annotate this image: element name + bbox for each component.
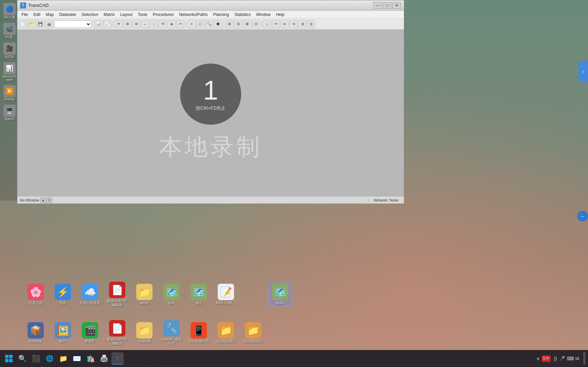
taskbar-edge-icon[interactable]: 🌐 <box>43 352 56 365</box>
tool-21[interactable]: ⊴ <box>298 20 306 28</box>
tool-20[interactable]: ⊲ <box>289 20 298 28</box>
taskbar-search-icon[interactable]: 🔍 <box>16 352 29 365</box>
desktop-icon-top-1[interactable]: ⚡迅雷 <box>51 283 75 306</box>
status-btns[interactable]: ▲ ✕ <box>40 197 52 203</box>
desktop-icon-bottom-1[interactable]: 🖼️图片 <box>51 321 75 345</box>
menu-item-matrix[interactable]: Matrix <box>101 12 118 18</box>
tool-9[interactable]: ⌖ <box>188 20 196 28</box>
start-button[interactable] <box>3 352 15 365</box>
tool-16[interactable]: ⊡ <box>252 20 260 28</box>
menu-item-networks-paths[interactable]: Networks/Paths <box>176 12 210 18</box>
desktop-icon-bottom-7[interactable]: 📁深层报告图片 <box>214 321 238 345</box>
menu-bar: FileEditMapDataviewSelectionMatrixLayout… <box>17 11 404 19</box>
tray-chevron-icon[interactable]: ∧ <box>536 356 540 361</box>
desktop-icon-top-5[interactable]: 🗺️gcdt <box>160 283 183 306</box>
menu-item-tools[interactable]: Tools <box>135 12 150 18</box>
show-desktop-button[interactable] <box>583 352 585 365</box>
menu-item-help[interactable]: Help <box>273 12 287 18</box>
menu-item-window[interactable]: Window <box>253 12 273 18</box>
main-content: 1 按Ctrl+F2停止 本地录制 <box>17 30 404 196</box>
taskbar-task-view-icon[interactable]: ⬛ <box>30 352 42 365</box>
tool-11[interactable]: 🔍 <box>205 20 213 28</box>
menu-item-edit[interactable]: Edit <box>31 12 43 18</box>
desktop-icon-bottom-3[interactable]: 📄极速高级PDF编辑器 <box>105 319 129 347</box>
taskbar-transcad-icon[interactable]: T <box>111 352 124 365</box>
menu-item-selection[interactable]: Selection <box>79 12 101 18</box>
menu-item-procedures[interactable]: Procedures <box>150 12 176 18</box>
desktop-icon-bottom-4[interactable]: 📁visaim圆 <box>132 321 156 345</box>
tray-ime-icon[interactable]: S中 <box>542 355 551 362</box>
desktop-icon-top-3[interactable]: 📄极速高级PDF编辑器 <box>105 281 129 308</box>
tool-3[interactable]: ⊗ <box>132 20 140 28</box>
tool-19[interactable]: ⊳ <box>281 20 289 28</box>
recording-hint: 按Ctrl+F2停止 <box>196 105 226 111</box>
recording-text: 本地录制 <box>159 132 262 162</box>
title-bar-controls[interactable]: — □ ✕ <box>373 2 401 9</box>
menu-item-dataview[interactable]: Dataview <box>56 12 78 18</box>
save-button[interactable]: 💾 <box>36 20 44 28</box>
taskbar-explorer-icon[interactable]: 📁 <box>57 352 69 365</box>
float-right-button[interactable]: › <box>578 61 588 82</box>
tool-5[interactable]: ↕ <box>150 20 158 28</box>
taskbar-mail-icon[interactable]: ✉️ <box>71 352 83 365</box>
right-circle-button[interactable]: – <box>577 211 588 222</box>
desktop-icon-bottom-2[interactable]: 🎬爱奇艺 <box>78 321 102 345</box>
tool-2[interactable]: ⊕ <box>123 20 131 28</box>
taskbar-store-icon[interactable]: 🛍️ <box>84 352 96 365</box>
tool-18[interactable]: ✏ <box>272 20 280 28</box>
tool-7[interactable]: ◈ <box>167 20 176 28</box>
separator-2 <box>113 21 113 28</box>
layer-select[interactable] <box>54 20 91 28</box>
tool-6[interactable]: ⟲ <box>159 20 167 28</box>
sidebar-icon-2[interactable]: 🎥拍式录 <box>1 41 18 60</box>
tray-mic-icon[interactable]: 🎤 <box>559 356 565 361</box>
tray-keyboard-icon[interactable]: ⌨ <box>567 356 574 361</box>
bar-chart-button[interactable]: 📊 <box>94 20 103 28</box>
close-button[interactable]: ✕ <box>392 2 401 9</box>
line-chart-button[interactable]: 📈 <box>103 20 111 28</box>
tray-network-icon[interactable]: ·)) <box>553 356 557 361</box>
tool-8[interactable]: ✂ <box>176 20 184 28</box>
desktop-icon-bottom-6[interactable]: 📱tcw 快速方式 <box>187 321 211 345</box>
desktop-icon-top-4[interactable]: 📁wecdt <box>132 283 156 306</box>
desktop-icon-top-9[interactable]: 🗺️gcdt1 <box>268 282 292 307</box>
tool-14[interactable]: ⊟ <box>234 20 242 28</box>
sidebar-icon-3[interactable]: 📊Micros PowerP <box>1 61 18 83</box>
desktop-icon-bottom-5[interactable]: 🔧navicat - 桌面方式 <box>160 319 183 347</box>
status-restore-btn[interactable]: ▲ <box>40 197 46 203</box>
tool-12[interactable]: ⬢ <box>214 20 222 28</box>
tool-1[interactable]: ✦ <box>114 20 123 28</box>
menu-item-map[interactable]: Map <box>43 12 56 18</box>
desktop-icon-top-0[interactable]: 🌸百度云盘 <box>24 283 48 306</box>
new-button[interactable]: 📄 <box>19 20 27 28</box>
desktop-icon-top-7[interactable]: 📝ASN_LINK... <box>214 283 238 306</box>
transcad-app-icon: T <box>20 2 26 8</box>
desktop-icon-bottom-8[interactable]: 📁深层报告图片 <box>241 321 265 345</box>
sidebar-icon-4[interactable]: ▶️PotPlay <box>1 84 18 103</box>
tool-17[interactable]: ⌂ <box>263 20 271 28</box>
clock[interactable]: 18 <box>575 356 581 361</box>
system-tray[interactable]: ∧ S中 ·)) 🎤 ⌨ <box>536 355 574 362</box>
sidebar-icon-5[interactable]: 🖥️TeamVi <box>1 103 18 122</box>
tool-22[interactable]: ⊵ <box>307 20 315 28</box>
menu-item-statistics[interactable]: Statistics <box>232 12 253 18</box>
desktop-icon-top-6[interactable]: 🗺️gc2 <box>187 283 211 306</box>
menu-item-layout[interactable]: Layout <box>118 12 135 18</box>
maximize-button[interactable]: □ <box>383 2 392 9</box>
sidebar-icon-0[interactable]: 🔵DM 6.显 <box>1 2 18 21</box>
taskbar-print-icon[interactable]: 🖨️ <box>98 352 110 365</box>
menu-item-file[interactable]: File <box>19 12 31 18</box>
print-button[interactable]: 🖨️ <box>45 20 53 28</box>
sidebar-icon-1[interactable]: 📹EV录 <box>1 21 18 40</box>
menu-item-planning[interactable]: Planning <box>210 12 232 18</box>
status-no-window: No Window <box>20 198 39 202</box>
open-button[interactable]: 📂 <box>28 20 36 28</box>
tool-4[interactable]: ↔ <box>141 20 149 28</box>
minimize-button[interactable]: — <box>373 2 382 9</box>
desktop-icon-top-2[interactable]: ☁️百度云盘投屏 <box>78 283 102 306</box>
tool-15[interactable]: ⊠ <box>243 20 251 28</box>
tool-10[interactable]: ⬡ <box>196 20 204 28</box>
tool-13[interactable]: ⊞ <box>225 20 233 28</box>
status-close-btn[interactable]: ✕ <box>47 197 52 203</box>
desktop-icon-bottom-0[interactable]: 📦Bandizip <box>24 321 48 345</box>
